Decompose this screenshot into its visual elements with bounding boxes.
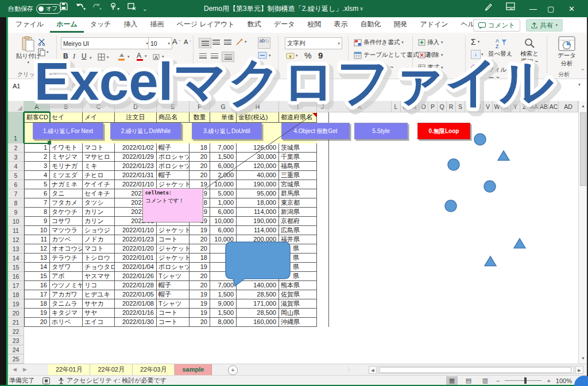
- bold-icon[interactable]: B: [63, 52, 68, 60]
- grid-cell[interactable]: 茨城県: [279, 143, 317, 153]
- circle-shape[interactable]: [445, 200, 457, 212]
- grid-cell[interactable]: 10,000: [210, 217, 237, 226]
- grid-cell[interactable]: 17: [24, 290, 50, 299]
- scroll-down-arrow[interactable]: ▼: [579, 353, 587, 364]
- column-header-X[interactable]: X: [502, 101, 511, 112]
- grid-cell[interactable]: 12: [24, 244, 50, 254]
- macro-button-5[interactable]: 5.Style: [354, 123, 408, 139]
- conditional-formatting-button[interactable]: 条件付き書式▾: [354, 38, 404, 46]
- grid-cell[interactable]: 18: [189, 143, 210, 153]
- zoom-out-button[interactable]: −: [496, 377, 500, 384]
- column-header-F[interactable]: F: [189, 101, 210, 112]
- horizontal-scrollbar-thumb[interactable]: [380, 367, 571, 373]
- align-right-icon[interactable]: [222, 52, 234, 62]
- grid-cell[interactable]: 2022/01/29: [115, 153, 157, 162]
- grid-cell[interactable]: 11: [24, 235, 50, 244]
- grid-cell[interactable]: 160,000: [237, 318, 279, 327]
- grid-cell[interactable]: リコ: [83, 281, 115, 290]
- vertical-scrollbar[interactable]: ▲ ▼: [578, 101, 587, 364]
- sheet-tab-22年03月[interactable]: 22年03月: [133, 364, 175, 376]
- wrap-text-icon[interactable]: ab⮌: [258, 37, 270, 49]
- grid-cell[interactable]: 3: [24, 162, 50, 171]
- grid-cell[interactable]: タザワ: [50, 263, 83, 272]
- zoom-in-button[interactable]: +: [547, 377, 550, 384]
- row-header-7[interactable]: 7: [8, 189, 24, 198]
- sort-filter-button[interactable]: AZ 並べ替えと フィルター ~: [488, 37, 514, 82]
- grid-cell[interactable]: 2022/01/04: [115, 263, 157, 272]
- grid-cell[interactable]: ミツエダ: [50, 171, 83, 180]
- grid-cell[interactable]: 20: [189, 153, 210, 162]
- triangle-shape[interactable]: [514, 239, 525, 248]
- grid-cell[interactable]: 県: [279, 254, 317, 263]
- grid-cell[interactable]: サヤ: [83, 309, 115, 318]
- vertical-scrollbar-thumb[interactable]: [580, 112, 586, 186]
- grid-cell[interactable]: 14: [24, 263, 50, 272]
- grid-cell[interactable]: ショウジ: [83, 226, 115, 235]
- column-header-Z[interactable]: Z: [520, 101, 529, 112]
- grid-cell[interactable]: 19: [189, 226, 210, 235]
- grid-cell[interactable]: 6,000: [210, 208, 237, 217]
- column-header-N[interactable]: N: [410, 101, 419, 112]
- grid-cell[interactable]: 2022/01/23: [115, 235, 157, 244]
- row-header-23[interactable]: 23: [8, 336, 24, 345]
- grid-cell[interactable]: ポロシャツ: [157, 153, 189, 162]
- scroll-right-arrow[interactable]: ▶: [575, 366, 583, 374]
- column-header-A[interactable]: A: [24, 101, 50, 112]
- grid-cell[interactable]: 1,000: [210, 198, 237, 208]
- align-left-icon[interactable]: [199, 53, 207, 59]
- grid-cell[interactable]: 140,000: [237, 281, 279, 290]
- zoom-slider-thumb[interactable]: [524, 377, 527, 384]
- page-break-view-button[interactable]: ▥: [479, 376, 491, 385]
- ribbon-tab-描画[interactable]: 描画: [144, 17, 171, 31]
- normal-view-button[interactable]: ▦: [446, 376, 458, 385]
- column-header-AC[interactable]: AC: [549, 101, 559, 112]
- ribbon-tab-数式[interactable]: 数式: [241, 17, 268, 31]
- triangle-shape[interactable]: [498, 151, 509, 161]
- grid-cell[interactable]: ケイイチ: [83, 180, 115, 189]
- format-cells-button[interactable]: 書式▾: [418, 64, 443, 72]
- grid-cell[interactable]: 2022/01/20: [115, 244, 157, 254]
- grid-cell[interactable]: 20: [189, 272, 210, 281]
- align-center-icon[interactable]: [211, 53, 218, 59]
- column-header-C[interactable]: C: [83, 101, 115, 112]
- italic-icon[interactable]: I: [73, 52, 75, 61]
- grid-cell[interactable]: アカガワ: [50, 290, 83, 299]
- row-header-17[interactable]: 17: [8, 281, 24, 290]
- column-header-L[interactable]: L: [392, 101, 401, 112]
- grid-cell[interactable]: 126,000: [237, 143, 279, 153]
- grid-cell[interactable]: 帽子: [157, 290, 189, 299]
- grid-cell[interactable]: コート: [157, 235, 189, 244]
- grid-cell[interactable]: 10: [24, 226, 50, 235]
- ribbon-tab-タッチ[interactable]: タッチ: [84, 17, 118, 31]
- comma-style-icon[interactable]: 9: [318, 50, 323, 60]
- grid-cell[interactable]: 18: [189, 254, 210, 263]
- row-header-20[interactable]: 20: [8, 309, 24, 318]
- grid-cell[interactable]: 5: [24, 180, 50, 189]
- grid-cell[interactable]: タニ: [50, 189, 83, 198]
- undo-dropdown[interactable]: ▾: [82, 0, 86, 17]
- save-icon[interactable]: [57, 0, 70, 13]
- grid-cell[interactable]: マコト: [83, 244, 115, 254]
- grid-cell[interactable]: 2022/01/08: [115, 299, 157, 309]
- grid-cell[interactable]: 7: [24, 198, 50, 208]
- grid-cell[interactable]: 18: [24, 299, 50, 309]
- cut-icon[interactable]: [38, 38, 45, 47]
- grid-cell[interactable]: 2022/01/02: [115, 143, 157, 153]
- grid-cell[interactable]: [237, 263, 279, 272]
- grid-cell[interactable]: 28,500: [237, 290, 279, 299]
- ribbon-tab-ホーム[interactable]: ホーム: [50, 17, 84, 33]
- grid-cell[interactable]: 2022/01/28: [115, 281, 157, 290]
- row-header-12[interactable]: 12: [8, 235, 24, 244]
- grid-cell[interactable]: タニムラ: [50, 299, 83, 309]
- grid-cell[interactable]: コサワ: [50, 217, 83, 226]
- grid-cell[interactable]: カリン: [83, 217, 115, 226]
- grid-cell[interactable]: 10,000: [210, 180, 237, 189]
- grid-cell[interactable]: 190,000: [237, 180, 279, 189]
- grid-cell[interactable]: 2022/01/30: [115, 318, 157, 327]
- row-header-25[interactable]: 25: [8, 354, 24, 364]
- orientation-icon[interactable]: ▾: [235, 38, 243, 47]
- align-middle-icon[interactable]: [212, 40, 220, 45]
- grid-cell[interactable]: 2022/01/05: [115, 290, 157, 299]
- macro-button-4[interactable]: 4.Object 個数Get: [281, 123, 350, 139]
- row-header-3[interactable]: 3: [8, 153, 24, 162]
